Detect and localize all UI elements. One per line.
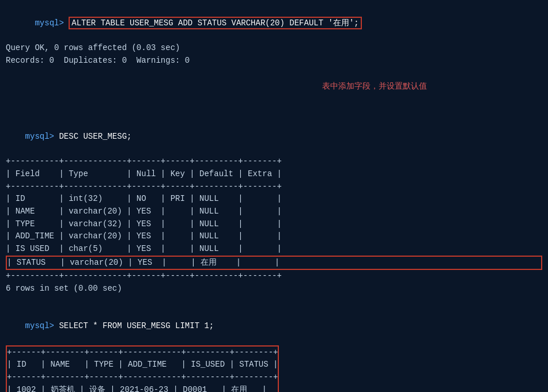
sep1: +----------+-------------+------+-----+-… (6, 155, 542, 168)
sep-select2: +------+--------+------+------------+---… (7, 371, 278, 384)
select-cmd-text: SELECT * FROM USER_MESG LIMIT 1; (59, 321, 214, 330)
blank2 (6, 295, 542, 308)
row-id: | ID | int(32) | NO | PRI | NULL | | (6, 193, 542, 205)
rows-desc: 6 rows in set (0.00 sec) (6, 283, 542, 295)
row-isused: | IS USED | char(5) | YES | | NULL | | (6, 243, 542, 256)
query-ok-line: Query OK, 0 rows affected (0.03 sec) (6, 42, 542, 55)
desc-prompt: mysql> (25, 132, 59, 141)
desc-cmd-text: DESC USER_MESG; (59, 132, 131, 141)
row-name: | NAME | varchar(20) | YES | | NULL | | (6, 205, 542, 218)
row-status: | STATUS | varchar(20) | YES | | 在用 | | (7, 257, 541, 269)
prompt: mysql> (35, 18, 69, 28)
status-row-box: | STATUS | varchar(20) | YES | | 在用 | | (6, 256, 542, 271)
records-line: Records: 0 Duplicates: 0 Warnings: 0 (6, 55, 542, 67)
table-header: | Field | Type | Null | Key | Default | … (6, 168, 542, 181)
sep2: +----------+-------------+------+-----+-… (6, 181, 542, 193)
select-data-row: | 1002 | 奶茶机 | 设备 | 2021-06-23 | D0001 |… (7, 384, 278, 392)
select-result-box: +------+--------+------+------------+---… (6, 345, 279, 392)
alter-cmd-text: ALTER TABLE USER_MESG ADD STATUS VARCHAR… (71, 18, 358, 28)
comment-text: 表中添加字段，并设置默认值 (322, 82, 427, 91)
alter-command-line: mysql> ALTER TABLE USER_MESG ADD STATUS … (6, 5, 542, 42)
row-type: | TYPE | varchar(32) | YES | | NULL | | (6, 218, 542, 231)
comment-line: 表中添加字段，并设置默认值 (6, 68, 542, 105)
row-addtime: | ADD_TIME | varchar(20) | YES | | NULL … (6, 230, 542, 243)
desc-command-line: mysql> DESC USER_MESG; (6, 118, 542, 155)
alter-cmd-box: ALTER TABLE USER_MESG ADD STATUS VARCHAR… (69, 17, 361, 29)
select-prompt: mysql> (25, 321, 59, 330)
blank1 (6, 106, 542, 119)
sep-select1: +------+--------+------+------------+---… (7, 347, 278, 359)
select-command-line: mysql> SELECT * FROM USER_MESG LIMIT 1; (6, 308, 542, 345)
terminal: mysql> ALTER TABLE USER_MESG ADD STATUS … (0, 0, 548, 392)
select-header: | ID | NAME | TYPE | ADD_TIME | IS_USED … (7, 359, 278, 371)
sep3: +----------+-------------+------+-----+-… (6, 270, 542, 283)
